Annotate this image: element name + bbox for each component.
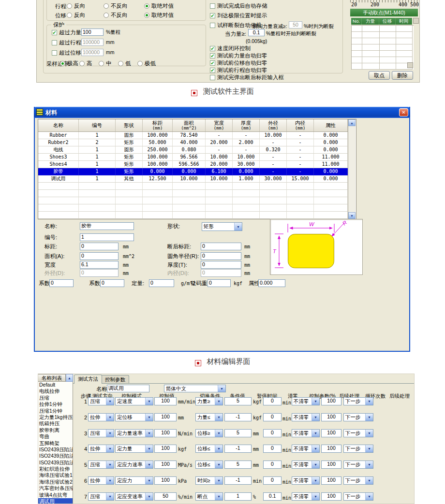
step-clear-dropdown[interactable]: 不清零▼: [292, 413, 320, 421]
field-input[interactable]: 0: [201, 269, 241, 277]
step-condition-value-input[interactable]: 5: [224, 461, 252, 469]
sidebar-item[interactable]: 玻璃4点抗弯: [38, 492, 73, 498]
sidebar-item[interactable]: 汽车密封条压缩: [38, 485, 73, 491]
step-value-input[interactable]: 100: [154, 397, 177, 405]
field-input[interactable]: 0: [100, 279, 124, 287]
column-header[interactable]: 标距(mm): [143, 119, 173, 131]
column-header[interactable]: 厚度(mm): [233, 119, 260, 131]
checkbox-超过行程[interactable]: 超过行程: [52, 39, 81, 46]
step-condition-dropdown[interactable]: 力量≥▼: [195, 397, 223, 405]
radio-反向[interactable]: 反向: [67, 2, 85, 10]
step-pause-input[interactable]: 0: [263, 476, 282, 485]
manual-points-table[interactable]: [351, 25, 414, 70]
checkbox-速度闭环控制[interactable]: ✔速度闭环控制: [210, 45, 251, 52]
scroll-up-button[interactable]: ▲: [348, 119, 356, 126]
step-param-input[interactable]: 100: [321, 492, 341, 501]
radio-不反向[interactable]: 不反向: [104, 2, 128, 10]
protection-value-input[interactable]: 100: [81, 29, 104, 36]
column-header[interactable]: 面积(mm^2): [173, 119, 206, 131]
table-row[interactable]: Shoes31矩形100.00096.56610.00010.000--11.0…: [38, 154, 348, 161]
step-clear-dropdown[interactable]: 不清零▼: [292, 445, 320, 453]
checkbox-测试完成后自动存储[interactable]: 测试完成后自动存储: [210, 2, 267, 10]
radio-高[interactable]: 高: [79, 60, 92, 67]
checkbox-超过位移[interactable]: 超过位移: [52, 49, 81, 57]
step-direction-dropdown[interactable]: 压缩▼: [88, 397, 114, 405]
field-input[interactable]: 0: [201, 261, 241, 269]
step-mode-dropdown[interactable]: 定应力▼: [115, 476, 153, 485]
step-direction-dropdown[interactable]: 拉伸▼: [88, 445, 114, 453]
step-clear-dropdown[interactable]: 不清零▼: [292, 461, 320, 469]
sidebar-item[interactable]: ISO2439压陷法: [38, 453, 73, 459]
sidebar-item[interactable]: ISO2439压陷法: [38, 460, 73, 466]
field-input[interactable]: 0: [49, 279, 74, 287]
step-param-input[interactable]: 100: [321, 476, 341, 485]
step-next-dropdown[interactable]: 下一步▼: [343, 397, 373, 405]
sidebar-item[interactable]: 拉伸1分钟: [38, 401, 73, 407]
sidebar-item[interactable]: Default: [38, 382, 73, 388]
checkbox-超过力量[interactable]: ✔超过力量: [52, 29, 81, 36]
step-condition-value-input[interactable]: 5: [224, 397, 252, 405]
table-row[interactable]: Rubber22矩形50.00040.00020.0002.000--0.000: [38, 139, 348, 146]
column-header[interactable]: 宽度(mm): [206, 119, 233, 131]
scroll-up-button[interactable]: ▲: [66, 374, 73, 382]
step-next-dropdown[interactable]: 下一步▼: [343, 461, 373, 469]
step-value-input[interactable]: 100: [154, 429, 177, 437]
take-point-button[interactable]: 取点: [369, 71, 390, 80]
break-decay-input[interactable]: 50: [289, 21, 302, 29]
radio-取绝对值[interactable]: 取绝对值: [144, 2, 174, 10]
step-next-dropdown[interactable]: 下一步▼: [343, 445, 373, 453]
step-pause-input[interactable]: 0: [263, 397, 282, 405]
sidebar-item[interactable]: 纸箱持压: [38, 420, 73, 427]
field-input[interactable]: 0: [201, 252, 241, 260]
step-clear-dropdown[interactable]: 不清零▼: [292, 476, 320, 485]
step-mode-dropdown[interactable]: 定速度▼: [115, 397, 153, 405]
column-header[interactable]: 外径(mm): [260, 119, 287, 131]
step-condition-value-input[interactable]: 5: [224, 429, 252, 437]
language-dropdown[interactable]: 简体中文▼: [164, 385, 226, 392]
close-button[interactable]: ✕: [399, 108, 408, 116]
sidebar-item[interactable]: 电线拉伸: [38, 388, 73, 394]
tab-控制参数[interactable]: 控制参数: [101, 375, 129, 383]
step-condition-dropdown[interactable]: 力量≤▼: [195, 413, 223, 421]
table-row[interactable]: Shoes41矩形100.000596.56620.00030.000--11.…: [38, 161, 348, 168]
vertical-scrollbar[interactable]: ▲ ▼: [348, 119, 356, 219]
step-param-input[interactable]: 100: [321, 461, 341, 469]
column-header[interactable]: 名称: [38, 119, 79, 131]
column-header[interactable]: 形状: [116, 119, 143, 131]
field-input[interactable]: 6.1: [80, 261, 119, 269]
sidebar-item[interactable]: ISO2439压陷法: [38, 446, 73, 453]
checkbox-测试完弹出断后标距输入框[interactable]: 测试完弹出断后标距输入框: [210, 74, 284, 81]
step-next-dropdown[interactable]: 下一步▼: [343, 492, 373, 501]
radio-极低[interactable]: 极低: [137, 60, 156, 67]
step-condition-dropdown[interactable]: 时间≥▼: [195, 476, 223, 485]
radio-中[interactable]: 中: [99, 60, 112, 67]
radio-不反向[interactable]: 不反向: [104, 12, 128, 19]
step-next-dropdown[interactable]: 下一步▼: [343, 429, 373, 437]
step-pause-input[interactable]: 0.1: [263, 492, 282, 501]
protection-value-input[interactable]: 100000: [81, 49, 104, 56]
step-direction-dropdown[interactable]: 压缩▼: [88, 429, 114, 437]
scroll-down-button[interactable]: ▼: [348, 212, 356, 219]
sidebar-item-selected[interactable]: 调试用: [38, 498, 73, 504]
step-value-input[interactable]: 100: [154, 461, 177, 469]
step-clear-dropdown[interactable]: 不清零▼: [292, 492, 320, 501]
checkbox-测试前行程自动归零[interactable]: ✔测试前行程自动归零: [210, 67, 267, 74]
field-input[interactable]: 0: [208, 279, 231, 287]
step-mode-dropdown[interactable]: 定力量速率▼: [115, 429, 153, 437]
field-input[interactable]: 0.000: [258, 279, 285, 287]
sidebar-item[interactable]: 压缩: [38, 395, 73, 401]
step-direction-dropdown[interactable]: 拉伸▼: [88, 413, 114, 421]
field-input[interactable]: 0: [201, 243, 241, 250]
step-condition-dropdown[interactable]: 断点▼: [195, 492, 223, 501]
step-condition-dropdown[interactable]: 位移≥▼: [195, 429, 223, 437]
field-input[interactable]: 0: [80, 252, 119, 260]
sidebar-item[interactable]: 定力量1kg持压: [38, 414, 73, 420]
table-row[interactable]: 电线1圆形250.0000.080--0.320-0.000: [38, 146, 348, 154]
step-direction-dropdown[interactable]: 拉伸▼: [88, 476, 114, 485]
step-next-dropdown[interactable]: 下一步▼: [343, 476, 373, 485]
sidebar-item[interactable]: 五脚椅架: [38, 440, 73, 446]
step-param-input[interactable]: 100: [321, 445, 341, 453]
sidebar-item[interactable]: 压缩1分钟: [38, 408, 73, 414]
radio-反向[interactable]: 反向: [67, 12, 85, 19]
dialog-titlebar[interactable]: 材料 ✕: [34, 107, 410, 118]
